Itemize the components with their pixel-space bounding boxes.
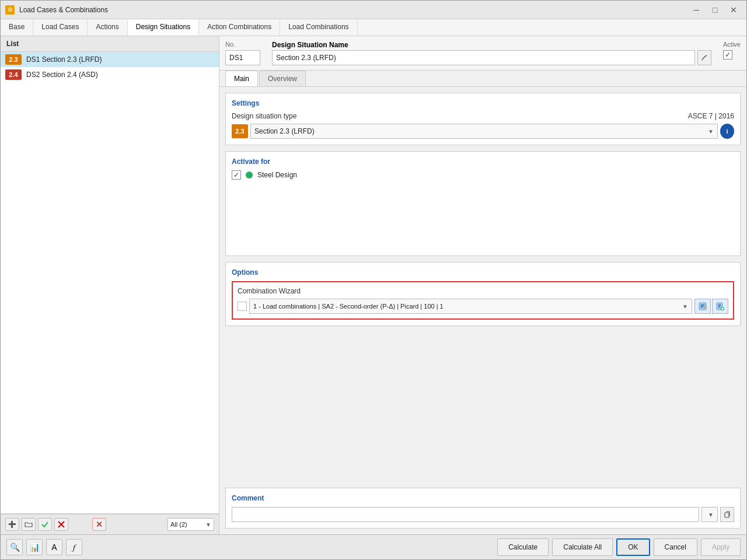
situation-badge: 2.3 [232,124,248,138]
active-checkbox[interactable]: ✓ [723,50,732,60]
settings-type-row: Design situation type ASCE 7 | 2016 [232,112,734,120]
wizard-title: Combination Wizard [238,287,728,295]
tab-design-situations[interactable]: Design Situations [128,19,199,36]
filter-dropdown[interactable]: All (2) ▼ [167,518,214,531]
main-content-area: List 2.3 DS1 Section 2.3 (LRFD) 2.4 DS2 … [1,36,746,534]
settings-section: Settings Design situation type ASCE 7 | … [225,93,741,145]
svg-rect-1 [11,521,13,528]
delete-button[interactable]: ✕ [92,518,106,531]
situation-dropdown-text: Section 2.3 (LRFD) [254,127,315,135]
name-field-group: Design Situation Name Section 2.3 (LRFD) [272,41,711,65]
tab-main[interactable]: Main [225,71,258,86]
apply-button[interactable]: Apply [701,538,741,556]
comment-row: ▼ [232,507,734,522]
wizard-buttons [694,299,728,314]
filter-label: All (2) [170,521,187,528]
chevron-down-icon: ▼ [708,128,714,135]
list-item-text: DS1 Section 2.3 (LRFD) [26,55,102,64]
bottom-buttons: Calculate Calculate All OK Cancel Apply [497,538,741,556]
text-icon-button[interactable]: A [46,539,62,555]
list-item[interactable]: 2.3 DS1 Section 2.3 (LRFD) [1,52,219,67]
comment-dropdown[interactable]: ▼ [701,507,718,522]
tab-load-cases[interactable]: Load Cases [33,19,88,36]
close-button[interactable]: ✕ [725,4,742,16]
edit-name-button[interactable] [697,50,711,65]
title-bar: ⚙ Load Cases & Combinations ─ □ ✕ [1,1,746,19]
chevron-down-icon: ▼ [205,522,211,528]
wizard-dropdown[interactable]: 1 - Load combinations | SA2 - Second-ord… [249,299,692,314]
inner-tabs-row: Main Overview [219,71,746,87]
maximize-button[interactable]: □ [707,4,723,16]
list-header: List [1,36,219,52]
main-scrollable: Settings Design situation type ASCE 7 | … [219,87,746,534]
folder-button[interactable] [22,518,36,531]
svg-line-5 [706,55,707,56]
list-area: 2.3 DS1 Section 2.3 (LRFD) 2.4 DS2 Secti… [1,52,219,514]
steel-design-checkbox[interactable]: ✓ [232,170,241,180]
formula-icon-button[interactable]: 𝑓 [66,539,82,555]
active-label: Active [723,41,741,48]
situation-dropdown-row: 2.3 Section 2.3 (LRFD) ▼ i [232,124,734,139]
calculate-all-button[interactable]: Calculate All [552,538,613,556]
wizard-dropdown-text: 1 - Load combinations | SA2 - Second-ord… [253,303,680,310]
no-label: No. [225,41,260,48]
options-section: Options Combination Wizard 1 - Load comb… [225,262,741,326]
cancel-button[interactable]: Cancel [654,538,697,556]
right-panel: No. DS1 Design Situation Name Section 2.… [219,36,746,534]
options-title: Options [232,268,734,276]
chevron-down-icon: ▼ [708,512,714,518]
wizard-edit-button[interactable] [694,299,711,314]
cross-check-button[interactable] [54,518,68,531]
calculate-button[interactable]: Calculate [497,538,549,556]
comment-copy-button[interactable] [720,507,734,522]
active-field-group: Active ✓ [723,41,741,60]
name-label: Design Situation Name [272,41,711,49]
no-value: DS1 [225,50,260,65]
wizard-section: Combination Wizard 1 - Load combinations… [232,281,734,320]
spacer [225,332,741,482]
check-button[interactable] [38,518,52,531]
window-controls: ─ □ ✕ [688,4,742,16]
menu-bar: Base Load Cases Actions Design Situation… [1,19,746,36]
wizard-row: 1 - Load combinations | SA2 - Second-ord… [238,299,728,314]
wizard-new-button[interactable] [712,299,728,314]
list-item[interactable]: 2.4 DS2 Section 2.4 (ASD) [1,67,219,82]
bottom-toolbar: 🔍 📊 A 𝑓 Calculate Calculate All OK Cance… [1,534,746,559]
no-field-group: No. DS1 [225,41,260,65]
name-field-row: Section 2.3 (LRFD) [272,50,711,65]
wizard-checkbox[interactable] [238,302,247,311]
table-icon-button[interactable]: 📊 [26,539,43,555]
add-button[interactable] [5,518,19,531]
chevron-down-icon: ▼ [682,303,688,310]
tab-overview[interactable]: Overview [259,71,306,86]
situation-type-label: Design situation type [232,112,296,120]
tab-action-combinations[interactable]: Action Combinations [199,19,280,36]
tab-actions[interactable]: Actions [88,19,127,36]
list-item-text: DS2 Section 2.4 (ASD) [26,71,98,79]
bottom-left-icons: 🔍 📊 A 𝑓 [6,539,82,555]
info-button[interactable]: i [720,124,734,139]
tab-load-combinations[interactable]: Load Combinations [280,19,357,36]
left-panel: List 2.3 DS1 Section 2.3 (LRFD) 2.4 DS2 … [1,36,219,534]
situation-type-value: ASCE 7 | 2016 [688,112,734,120]
search-icon-button[interactable]: 🔍 [6,539,23,555]
activate-title: Activate for [232,158,734,166]
form-header: No. DS1 Design Situation Name Section 2.… [219,36,746,71]
list-badge-orange: 2.3 [5,54,22,65]
list-badge-red: 2.4 [5,69,22,80]
situation-dropdown[interactable]: Section 2.3 (LRFD) ▼ [250,124,718,139]
tab-base[interactable]: Base [1,19,33,36]
svg-line-4 [702,55,706,60]
name-value: Section 2.3 (LRFD) [272,50,695,65]
svg-rect-6 [699,303,706,310]
ok-button[interactable]: OK [616,538,650,556]
settings-title: Settings [232,99,734,107]
app-icon: ⚙ [5,5,15,15]
minimize-button[interactable]: ─ [688,4,704,16]
svg-rect-16 [725,513,729,517]
activate-section: Activate for ✓ Steel Design [225,151,741,256]
window-title: Load Cases & Combinations [19,6,688,14]
comment-input[interactable] [232,507,699,522]
activate-row: ✓ Steel Design [232,170,734,180]
steel-design-label: Steel Design [257,171,297,179]
